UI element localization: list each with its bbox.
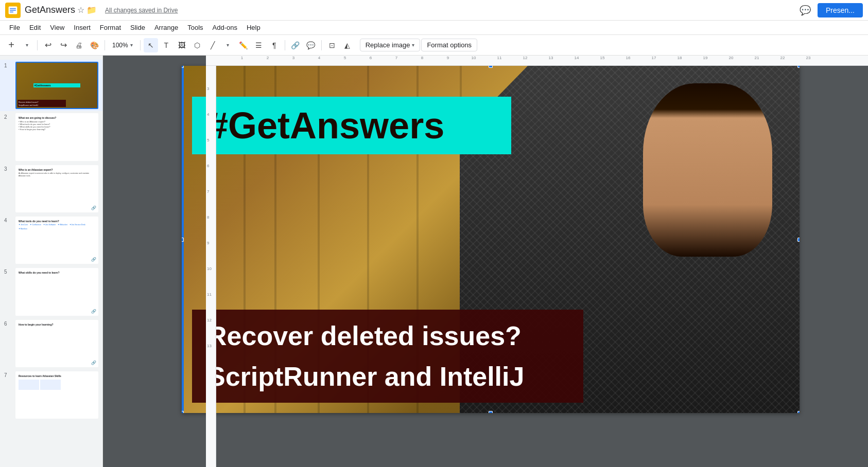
separator-2 [105,40,105,50]
comment-button[interactable]: 💬 [304,38,318,52]
menu-view[interactable]: View [46,23,68,32]
mask-tool[interactable]: ◭ [340,38,355,52]
format-options-button[interactable]: Format options [421,39,477,51]
handle-bm[interactable] [489,411,493,413]
hashtag-box[interactable]: #GetAnswers [192,97,511,154]
slide-item-6[interactable]: 6 How to begin your learning? 🔗 [0,318,102,369]
canvas-area: 1 2 3 4 5 6 7 8 9 10 11 12 13 14 15 16 1… [103,56,868,467]
crop-tool[interactable]: ⊡ [325,38,339,52]
handle-br[interactable] [797,411,800,413]
menu-addons[interactable]: Add-ons [209,23,241,32]
ruler-mark-18: 18 [678,56,682,60]
slide-thumb-7: Resources to learn Atlassian Skills [15,371,98,419]
slide-number-2: 2 [4,114,12,120]
line-tool[interactable]: ╱ [205,38,220,52]
zoom-value: 100% [112,42,128,49]
hashtag-text: #GetAnswers [207,107,496,144]
menu-edit[interactable]: Edit [25,23,45,32]
ruler-mark-6: 6 [370,56,372,60]
slide-thumb-content-5: What skills do you need to learn? [16,269,97,314]
ruler-mark-14: 14 [575,56,579,60]
menu-slide[interactable]: Slide [126,23,149,32]
main-content: 1 #GetAnswers Recover deleted issues? Sc… [0,56,868,467]
link-icon-6: 🔗 [91,361,96,365]
ruler-left: 3 4 5 6 7 8 9 10 11 12 13 [206,66,216,467]
handle-tr[interactable] [797,66,800,68]
ruler-mark-9: 9 [447,56,449,60]
menu-tools[interactable]: Tools [183,23,207,32]
slide-thumb-4: What tools do you need to learn? ✦ Jira … [15,217,98,264]
person-head [643,83,772,257]
menu-insert[interactable]: Insert [70,23,95,32]
paragraph-tool[interactable]: ¶ [267,38,282,52]
slide-number-6: 6 [4,321,12,327]
slide-item-7[interactable]: 7 Resources to learn Atlassian Skills [0,369,102,421]
slide-number-7: 7 [4,372,12,378]
handle-tm[interactable] [489,66,493,68]
shape-tool[interactable]: ⬡ [190,38,204,52]
scriptrunner-text: ScriptRunner and IntelliJ [207,361,568,392]
line-dropdown[interactable]: ▾ [221,38,235,52]
slide-item-1[interactable]: 1 #GetAnswers Recover deleted issues? Sc… [0,60,102,111]
link-icon-4: 🔗 [91,257,96,262]
slide-item-2[interactable]: 2 What we are going to discuss? • Who is… [0,111,102,163]
slide-item-3[interactable]: 3 Who is an Atlassian expert? An Atlassi… [0,163,102,214]
menu-arrange[interactable]: Arrange [150,23,182,32]
ruler-mark-5: 5 [344,56,346,60]
slide-number-4: 4 [4,218,12,223]
link-button[interactable]: 🔗 [288,38,303,52]
menu-file[interactable]: File [5,23,24,32]
add-slide-button[interactable]: + [4,38,19,52]
paint-format-button[interactable]: 🎨 [87,38,101,52]
handle-ml[interactable] [182,238,184,242]
ruler-mark-13: 13 [549,56,553,60]
replace-image-button[interactable]: Replace image ▾ [360,39,421,51]
ruler-left-8: 8 [207,215,209,220]
ruler-mark-11: 11 [497,56,502,60]
present-button[interactable]: Presen... [818,3,863,17]
link-icon-5: 🔗 [91,309,96,314]
ruler-mark-20: 20 [729,56,734,60]
text-tool[interactable]: T [159,38,173,52]
ruler-left-10: 10 [207,266,212,271]
select-tool[interactable]: ↖ [144,38,158,52]
present-label: Presen... [826,6,855,14]
document-title[interactable]: GetAnswers [25,5,75,15]
image-tool[interactable]: 🖼 [175,38,189,52]
handle-mr[interactable] [797,238,800,242]
ruler-left-3: 3 [207,86,209,91]
svg-rect-3 [10,11,13,12]
star-icon[interactable]: ☆ [77,5,84,15]
text-align-tool[interactable]: ☰ [252,38,266,52]
menu-format[interactable]: Format [96,23,125,32]
menu-help[interactable]: Help [242,23,265,32]
folder-icon[interactable]: 📁 [86,5,97,15]
slide-thumb-6: How to begin your learning? 🔗 [15,320,98,367]
redo-button[interactable]: ↪ [56,38,71,52]
handle-tl[interactable] [182,66,184,68]
svg-rect-1 [10,8,16,9]
link-icon-3: 🔗 [91,206,96,210]
handle-bl[interactable] [182,411,184,413]
undo-button[interactable]: ↩ [41,38,55,52]
slide-thumb-inner-5: What skills do you need to learn? [16,269,97,314]
slide-item-5[interactable]: 5 What skills do you need to learn? 🔗 [0,266,102,317]
autosave-status: All changes saved in Drive [105,7,178,14]
ruler-mark-12: 12 [523,56,528,60]
pen-tool[interactable]: ✏️ [236,38,251,52]
comments-icon[interactable]: 💬 [797,2,813,19]
menu-bar: File Edit View Insert Format Slide Arran… [0,21,868,35]
slides-panel: 1 #GetAnswers Recover deleted issues? Sc… [0,56,103,467]
bottom-text-box[interactable]: Recover deleted issues? ScriptRunner and… [192,310,583,403]
slide-canvas[interactable]: #GetAnswers Recover deleted issues? Scri… [182,66,800,413]
zoom-selector[interactable]: 100% ▾ [108,40,137,51]
add-dropdown-button[interactable]: ▾ [20,38,34,52]
slide-thumb-content-2: What we are going to discuss? • Who is a… [16,114,97,159]
print-button[interactable]: 🖨 [72,38,86,52]
separator-1 [37,40,38,50]
app-logo[interactable] [5,3,21,18]
slide-item-4[interactable]: 4 What tools do you need to learn? ✦ Jir… [0,214,102,266]
slide-thumb-inner-4: What tools do you need to learn? ✦ Jira … [16,218,97,263]
slide-thumb-1: #GetAnswers Recover deleted issues? Scri… [15,62,98,109]
ruler-mark-7: 7 [395,56,397,60]
